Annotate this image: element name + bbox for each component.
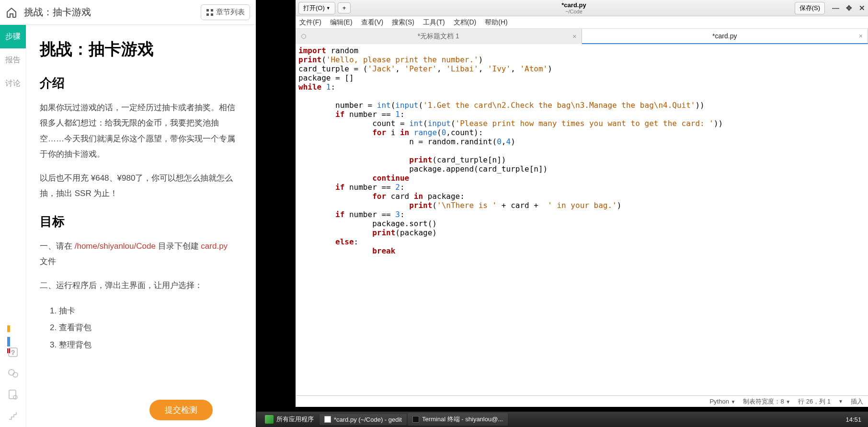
list-item: 整理背包: [59, 336, 238, 354]
goal-text-2: 二、运行程序后，弹出主界面，让用户选择：: [40, 278, 238, 293]
editor-tab-cardpy[interactable]: *card.py×: [582, 29, 868, 44]
launcher-icon: [265, 415, 274, 424]
breadcrumb: 挑战：抽卡游戏: [24, 6, 201, 19]
svg-rect-0: [206, 9, 209, 12]
menu-file[interactable]: 文件(F): [299, 18, 321, 27]
titlebar[interactable]: 打开(O)▼ + *card.py ~/Code 保存(S) — ✥ ✕: [296, 0, 868, 16]
window-title: *card.py ~/Code: [353, 1, 794, 14]
intro-heading: 介绍: [40, 75, 238, 92]
maximize-icon[interactable]: ✥: [846, 4, 852, 12]
svg-rect-3: [211, 13, 213, 16]
intro-text-1: 如果你玩过游戏的话，一定经历过抽卡或者抽奖。相信很多人都幻想过：给我无限的金币，…: [40, 100, 238, 162]
status-tabwidth[interactable]: 制表符宽度：8 ▼: [743, 397, 790, 406]
statusbar: Python ▼ 制表符宽度：8 ▼ 行 26，列 1▼ 插入: [296, 395, 868, 407]
taskbar-gedit[interactable]: *card.py (~/Code) - gedit: [320, 414, 407, 425]
tab-close-icon[interactable]: ×: [572, 33, 576, 40]
stairs-icon[interactable]: [7, 410, 19, 421]
side-rail: 步骤 报告 讨论 ?: [0, 25, 26, 427]
list-item: 抽卡: [59, 302, 238, 320]
close-icon[interactable]: ✕: [859, 4, 865, 12]
menu-tools[interactable]: 工具(T): [423, 18, 445, 27]
page-title: 挑战：抽卡游戏: [40, 38, 238, 60]
gedit-window: 打开(O)▼ + *card.py ~/Code 保存(S) — ✥ ✕ 文件(…: [296, 0, 868, 407]
menu-documents[interactable]: 文档(D): [454, 18, 476, 27]
article-content[interactable]: 挑战：抽卡游戏 介绍 如果你玩过游戏的话，一定经历过抽卡或者抽奖。相信很多人都幻…: [26, 25, 256, 427]
taskbar-clock[interactable]: 14:51: [843, 416, 864, 423]
intro-text-2: 以后也不用充 ¥648、¥980了，你可以想怎么抽就怎么抽，抽出 SSR 为止！: [40, 171, 238, 202]
status-position: 行 26，列 1: [798, 397, 831, 406]
new-tab-button[interactable]: +: [338, 2, 351, 13]
modified-dot-icon: [301, 34, 306, 39]
tab-close-icon[interactable]: ×: [859, 32, 863, 40]
desktop: 打开(O)▼ + *card.py ~/Code 保存(S) — ✥ ✕ 文件(…: [256, 0, 868, 427]
rail-discuss[interactable]: 讨论: [0, 72, 26, 95]
menu-search[interactable]: 搜索(S): [392, 18, 414, 27]
rank-icon[interactable]: [7, 325, 19, 337]
editor-tabs: *无标题文档 1× *card.py×: [296, 29, 868, 44]
open-button[interactable]: 打开(O)▼: [298, 2, 335, 14]
menu-help[interactable]: 帮助(H): [485, 18, 507, 27]
status-insert[interactable]: 插入: [851, 397, 863, 406]
help-icon[interactable]: ?: [7, 346, 19, 358]
goal-heading: 目标: [40, 213, 238, 230]
svg-text:?: ?: [11, 349, 14, 356]
grid-icon: [206, 9, 214, 16]
code-editor[interactable]: import random print('Hello, please print…: [296, 44, 868, 395]
svg-rect-1: [211, 9, 213, 12]
goal-options: 抽卡 查看背包 整理背包: [59, 302, 238, 354]
submit-button[interactable]: 提交检测: [149, 400, 213, 420]
goal-text-1: 一、请在 /home/shiyanlou/Code 目录下创建 card.py …: [40, 239, 238, 270]
editor-tab-untitled[interactable]: *无标题文档 1×: [296, 29, 582, 44]
svg-rect-2: [206, 13, 209, 16]
rail-report[interactable]: 报告: [0, 48, 26, 72]
menubar: 文件(F) 编辑(E) 查看(V) 搜索(S) 工具(T) 文档(D) 帮助(H…: [296, 16, 868, 29]
menu-view[interactable]: 查看(V): [361, 18, 384, 27]
save-vm-icon[interactable]: [7, 389, 19, 400]
terminal-icon: [412, 416, 419, 423]
taskbar: 所有应用程序 *card.py (~/Code) - gedit Termina…: [256, 412, 868, 427]
status-language[interactable]: Python ▼: [709, 398, 735, 405]
taskbar-terminal[interactable]: Terminal 终端 - shiyanlou@...: [408, 413, 508, 426]
wechat-icon[interactable]: [7, 368, 19, 379]
chapter-list-button[interactable]: 章节列表: [201, 4, 250, 20]
save-button[interactable]: 保存(S): [795, 2, 825, 14]
svg-rect-8: [9, 390, 16, 399]
svg-point-6: [9, 369, 14, 375]
taskbar-launcher[interactable]: 所有应用程序: [260, 413, 319, 426]
file-icon: [324, 416, 331, 423]
list-item: 查看背包: [59, 319, 238, 336]
minimize-icon[interactable]: —: [832, 4, 839, 12]
rail-steps[interactable]: 步骤: [0, 25, 26, 48]
menu-edit[interactable]: 编辑(E): [330, 18, 353, 27]
home-icon[interactable]: [6, 7, 17, 18]
